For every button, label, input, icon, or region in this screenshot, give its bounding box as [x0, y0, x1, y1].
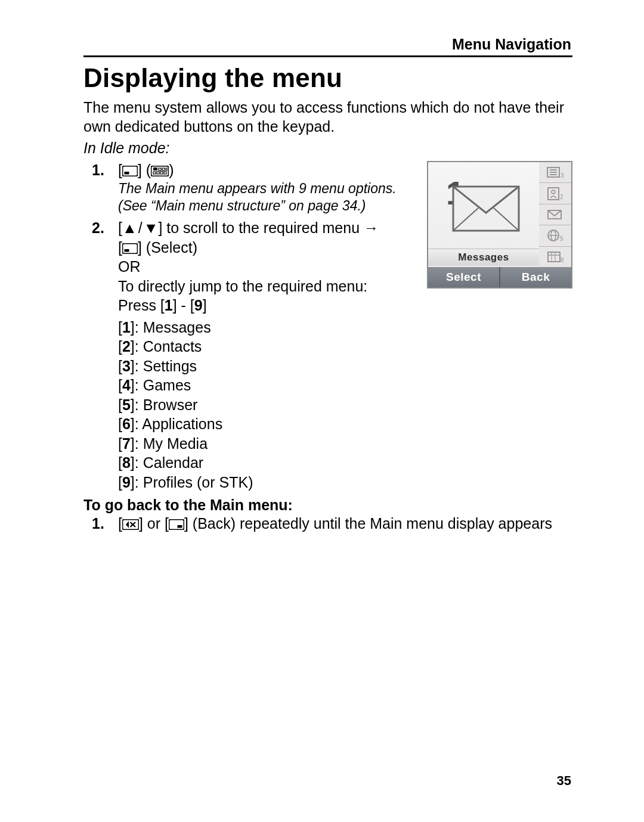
svg-rect-7	[153, 172, 156, 174]
svg-rect-10	[164, 172, 166, 174]
arrow-right-icon: →	[364, 219, 379, 236]
phone-softkey-right: Back	[499, 267, 571, 287]
step-2-or: OR	[118, 257, 452, 277]
svg-rect-8	[157, 172, 159, 174]
step-1-note-line2: (See “Main menu structure” on page 34.)	[118, 197, 452, 215]
svg-rect-13	[122, 520, 138, 530]
menu-item-2: [2]: Contacts	[118, 337, 452, 356]
menu-item-4: [4]: Games	[118, 376, 452, 395]
svg-rect-9	[160, 172, 163, 174]
step-1-note-line1: The Main menu appears with 9 menu option…	[118, 180, 452, 197]
page-title: Displaying the menu	[83, 63, 572, 93]
step-1: [ ] ( ) The M	[83, 160, 452, 215]
phone-softkey-left: Select	[428, 267, 499, 287]
envelope-icon: 1	[433, 170, 534, 242]
menu-item-8: [8]: Calendar	[118, 453, 452, 473]
step-2-scroll: [▲/▼] to scroll to the required menu →	[118, 218, 452, 238]
step-list-back: [ ] or [ ] (Back) repeatedly until the M…	[83, 514, 572, 533]
phone-right-column: 3 2 5 8	[539, 162, 571, 267]
svg-rect-16	[169, 520, 184, 530]
page-number: 35	[557, 773, 571, 789]
idle-mode-label: In Idle mode:	[83, 139, 572, 157]
page-content: Menu Navigation Displaying the menu The …	[83, 36, 572, 537]
left-softkey-icon	[122, 166, 138, 176]
menu-grid-icon	[151, 166, 169, 176]
step-2-press-range: Press [1] - [9]	[118, 296, 452, 315]
svg-rect-11	[122, 243, 137, 253]
menu-item-7: [7]: My Media	[118, 434, 452, 454]
clear-key-icon	[122, 519, 139, 530]
step-2-scroll-tail: ] to scroll to the required menu	[158, 219, 364, 236]
step-2: [▲/▼] to scroll to the required menu → […	[83, 218, 452, 492]
svg-marker-19	[453, 187, 519, 231]
phone-thumb-settings-icon: 3	[539, 162, 571, 183]
phone-thumb-calendar-icon: 8	[539, 247, 571, 267]
right-softkey-icon	[169, 519, 184, 530]
svg-rect-0	[122, 166, 137, 176]
phone-thumb-browser-icon: 5	[539, 225, 571, 246]
phone-thumb-mail-icon	[539, 204, 571, 225]
step-1-keys: [ ] ( )	[118, 162, 174, 178]
svg-text:5: 5	[560, 235, 564, 242]
go-back-heading: To go back to the Main menu:	[83, 497, 572, 514]
phone-thumb-contacts-icon: 2	[539, 183, 571, 204]
svg-point-26	[552, 190, 555, 194]
step-2-jump: To directly jump to the required menu:	[118, 277, 452, 296]
go-back-step-1: [ ] or [ ] (Back) repeatedly until the M…	[83, 514, 572, 533]
svg-rect-6	[166, 168, 167, 170]
phone-softkey-bar: Select Back	[428, 267, 571, 287]
svg-rect-5	[162, 168, 165, 170]
step-2-select: [ ] (Select)	[118, 238, 452, 258]
intro-paragraph: The menu system allows you to access fun…	[83, 98, 572, 136]
svg-text:8: 8	[561, 257, 564, 263]
menu-item-1: [1]: Messages	[118, 318, 452, 337]
phone-screenshot: 1 Messages 3 2	[427, 161, 572, 289]
menu-item-6: [6]: Applications	[118, 414, 452, 434]
nav-up-icon: ▲	[122, 219, 137, 236]
menu-item-5: [5]: Browser	[118, 395, 452, 415]
left-softkey-icon	[122, 243, 138, 254]
svg-rect-4	[159, 168, 161, 170]
step-2-select-tail: ] (Select)	[138, 239, 197, 256]
svg-text:2: 2	[560, 194, 564, 200]
svg-rect-3	[153, 167, 157, 170]
svg-rect-17	[177, 525, 182, 528]
svg-rect-1	[124, 172, 129, 175]
section-label: Menu Navigation	[83, 36, 572, 53]
menu-number-list: [1]: Messages [2]: Contacts [3]: Setting…	[118, 318, 452, 492]
phone-highlight-label: Messages	[428, 249, 539, 266]
svg-text:3: 3	[561, 172, 564, 179]
nav-down-icon: ▼	[144, 219, 159, 236]
menu-item-3: [3]: Settings	[118, 356, 452, 376]
svg-rect-33	[548, 252, 560, 262]
section-rule	[83, 55, 572, 57]
menu-item-9: [9]: Profiles (or STK)	[118, 473, 452, 492]
svg-rect-12	[124, 249, 129, 252]
